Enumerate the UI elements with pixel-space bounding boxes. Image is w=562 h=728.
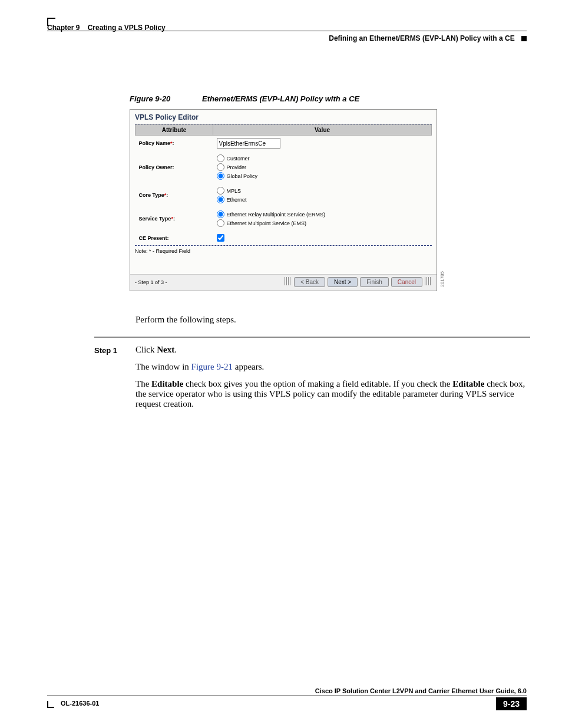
row-core-type: Core Type*: MPLS Ethernet [135,183,432,207]
row-service-type: Service Type*: Ethernet Relay Multipoint… [135,207,432,230]
required-note: Note: * - Required Field [130,246,437,256]
col-value: Value [213,125,432,136]
grip-icon [285,277,292,285]
cancel-button[interactable]: Cancel [391,277,422,287]
footer-doc-id: OL-21636-01 [47,700,100,707]
steps-divider [94,337,530,338]
vpls-policy-editor-screenshot: VPLS Policy Editor Attribute Value Polic… [130,109,437,291]
wizard-footer: - Step 1 of 3 - < Back Next > Finish Can… [130,274,437,291]
footer-guide-title: Cisco IP Solution Center L2VPN and Carri… [47,687,527,696]
figure-number: Figure 9-20 [130,94,170,103]
figure-id: 201785 [439,271,445,287]
table-header-row: Attribute Value [135,125,432,136]
row-policy-name: Policy Name*: [135,136,432,151]
page-footer: Cisco IP Solution Center L2VPN and Carri… [47,687,527,710]
core-ethernet-radio[interactable] [217,196,224,203]
service-ems-radio[interactable] [217,219,224,227]
next-button[interactable]: Next > [328,277,358,287]
editor-form-table: Attribute Value Policy Name*: Policy Own… [135,124,432,245]
policy-name-input[interactable] [217,138,280,149]
core-mpls-radio[interactable] [217,187,224,195]
back-button[interactable]: < Back [294,277,325,287]
row-ce-present: CE Present: [135,230,432,245]
figure-caption: Figure 9-20 Ethernet/ERMS (EVP-LAN) Poli… [130,94,527,103]
row-policy-owner: Policy Owner: Customer Provider Global P… [135,151,432,183]
page-header: Chapter 9 Creating a VPLS Policy Definin… [47,18,527,59]
owner-global-radio[interactable] [217,172,224,180]
owner-customer-radio[interactable] [217,154,224,162]
section-marker-icon [521,36,527,41]
figure-title: Ethernet/ERMS (EVP-LAN) Policy with a CE [202,94,359,103]
step-body: Click Next. The window in Figure 9-21 ap… [135,345,527,416]
owner-provider-radio[interactable] [217,163,224,171]
page-number: 9-23 [496,697,527,710]
editor-title: VPLS Policy Editor [130,110,437,124]
service-erms-radio[interactable] [217,210,224,218]
grip-icon [425,277,432,285]
section-heading: Defining an Ethernet/ERMS (EVP-LAN) Poli… [329,34,527,42]
header-rule [47,31,527,31]
crop-mark-icon [47,701,54,708]
finish-button[interactable]: Finish [360,277,389,287]
figure-link[interactable]: Figure 9-21 [191,362,233,371]
step-1: Step 1 Click Next. The window in Figure … [94,345,527,416]
intro-text: Perform the following steps. [135,315,527,325]
ce-present-checkbox[interactable] [217,234,224,242]
step-indicator: - Step 1 of 3 - [135,279,167,285]
step-label: Step 1 [94,346,135,416]
col-attribute: Attribute [135,125,213,136]
